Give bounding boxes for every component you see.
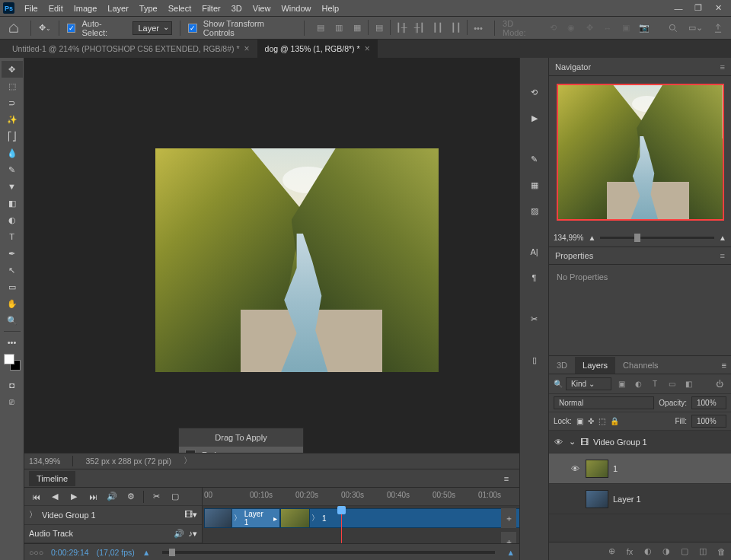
navigator-preview[interactable]: [557, 84, 724, 221]
share-icon[interactable]: [710, 20, 726, 37]
minimize-button[interactable]: —: [669, 1, 688, 16]
menu-type[interactable]: Type: [134, 2, 163, 15]
doc-tab-1[interactable]: Untitled-1 @ 214% (PHOTOSHOP CS6 EXTENDE…: [5, 40, 257, 58]
visibility-icon[interactable]: 👁: [569, 464, 581, 473]
autoselect-dropdown[interactable]: Layer: [132, 21, 172, 35]
link-layers-icon[interactable]: ⊕: [605, 545, 618, 558]
distribute2-icon[interactable]: ┃┃: [448, 20, 464, 37]
tl-settings-button[interactable]: ⚙: [123, 489, 139, 504]
workspace-icon[interactable]: ▭⌄: [688, 20, 704, 37]
menu-window[interactable]: Window: [276, 2, 316, 15]
menu-file[interactable]: File: [19, 2, 43, 15]
timeline-menu-icon[interactable]: ≡: [498, 471, 515, 486]
new-layer-icon[interactable]: ◫: [696, 545, 710, 558]
playhead[interactable]: [341, 506, 342, 543]
lock-all-icon[interactable]: 🔒: [610, 417, 619, 425]
magic-wand-tool[interactable]: ✨: [2, 111, 23, 128]
doc-tab-2[interactable]: dog @ 135% (1, RGB/8*) *×: [257, 40, 378, 58]
brush-tool[interactable]: ✎: [2, 161, 23, 178]
opacity-input[interactable]: 100%: [691, 396, 726, 409]
transform-checkbox[interactable]: ✓: [188, 24, 197, 33]
tl-next-button[interactable]: ⏭: [85, 489, 101, 504]
distribute-v-icon[interactable]: ╫┃: [411, 20, 428, 37]
libraries-icon[interactable]: ▯: [525, 350, 544, 370]
distribute-h-icon[interactable]: ┃╫: [393, 20, 410, 37]
color-swatches[interactable]: [4, 354, 21, 371]
nav-zoom-value[interactable]: 134,99%: [554, 234, 583, 242]
pen-tool[interactable]: ✒: [2, 245, 23, 262]
move-tool-icon[interactable]: ✥⌄: [39, 23, 51, 33]
distribute-icon[interactable]: ┃┃: [429, 20, 446, 37]
filter-toggle[interactable]: ⏻: [713, 377, 726, 391]
blend-mode-dropdown[interactable]: Normal: [554, 396, 654, 409]
align-top-icon[interactable]: ▤: [371, 20, 388, 37]
tab-3d[interactable]: 3D: [549, 357, 575, 374]
type-tool[interactable]: T: [2, 228, 23, 245]
tl-mute-button[interactable]: 🔊: [104, 489, 120, 504]
quickmask-tool[interactable]: ◘: [2, 377, 23, 393]
nav-zoom-slider[interactable]: [600, 237, 714, 239]
filter-smart-icon[interactable]: ◧: [682, 377, 695, 391]
color-icon[interactable]: ▨: [525, 201, 544, 221]
close-icon[interactable]: ×: [365, 43, 370, 54]
tab-layers[interactable]: Layers: [575, 357, 615, 374]
filter-shape-icon[interactable]: ▭: [665, 377, 678, 391]
autoselect-checkbox[interactable]: ✓: [67, 24, 76, 33]
menu-image[interactable]: Image: [69, 2, 103, 15]
eyedropper-tool[interactable]: 💧: [2, 145, 23, 161]
menu-filter[interactable]: Filter: [196, 2, 225, 15]
gradient-tool[interactable]: ◐: [2, 212, 23, 228]
crop-tool[interactable]: ⎡⎦: [2, 128, 23, 145]
timecode[interactable]: 0:00:29:14: [51, 548, 89, 557]
track-audio-note-icon[interactable]: ♪▾: [189, 529, 198, 539]
filter-adjust-icon[interactable]: ◐: [631, 377, 645, 391]
transition-fade[interactable]: ◢Fade: [179, 447, 303, 453]
align-left-icon[interactable]: ▤: [312, 20, 329, 37]
layer-group-icon[interactable]: ▢: [678, 545, 691, 558]
tl-prev-button[interactable]: ◀: [46, 489, 63, 504]
zoom-in-icon[interactable]: ▲: [507, 548, 515, 557]
tab-channels[interactable]: Channels: [615, 357, 666, 374]
adjustments-icon[interactable]: ✂: [525, 309, 544, 329]
hand-tool[interactable]: ✋: [2, 295, 23, 312]
panel-menu-icon[interactable]: ≡: [722, 361, 731, 370]
adjustment-layer-icon[interactable]: ◑: [659, 545, 673, 558]
menu-help[interactable]: Help: [317, 2, 345, 15]
nav-zoomout-icon[interactable]: ▲: [588, 234, 595, 242]
home-button[interactable]: [5, 19, 23, 37]
menu-select[interactable]: Select: [163, 2, 197, 15]
layer-row-1[interactable]: 👁 1: [549, 453, 731, 484]
filter-kind-dropdown[interactable]: Kind ⌄: [566, 377, 611, 390]
menu-view[interactable]: View: [247, 2, 276, 15]
menu-edit[interactable]: Edit: [43, 2, 69, 15]
paragraph-icon[interactable]: ¶: [525, 268, 544, 288]
swatches-icon[interactable]: ▦: [525, 175, 544, 195]
stamp-tool[interactable]: ▼: [2, 178, 23, 195]
eraser-tool[interactable]: ◧: [2, 195, 23, 212]
tl-transition-button[interactable]: ▢: [167, 489, 184, 504]
screenmode-tool[interactable]: ⎚: [2, 393, 23, 410]
layer-thumbnail[interactable]: [586, 490, 608, 508]
tl-split-button[interactable]: ✂: [148, 489, 164, 504]
brush-panel-icon[interactable]: ✎: [525, 149, 544, 169]
layer-mask-icon[interactable]: ◐: [641, 545, 655, 558]
filter-type-icon[interactable]: T: [648, 377, 662, 391]
more-icon[interactable]: •••: [470, 20, 487, 37]
history-icon[interactable]: ⟲: [525, 82, 544, 102]
lock-artboard-icon[interactable]: ⬚: [599, 417, 605, 425]
visibility-icon[interactable]: 👁: [552, 438, 564, 447]
maximize-button[interactable]: ❐: [688, 1, 708, 16]
close-icon[interactable]: ×: [244, 43, 250, 54]
timeline-clip-1[interactable]: 〉1: [280, 508, 519, 528]
menu-layer[interactable]: Layer: [102, 2, 134, 15]
panel-menu-icon[interactable]: ≡: [720, 251, 725, 260]
nav-zoomin-icon[interactable]: ▲: [719, 234, 726, 242]
tl-play-button[interactable]: ▶: [65, 489, 82, 504]
track-film-icon[interactable]: 🎞▾: [184, 510, 197, 520]
zoom-out-icon[interactable]: ▲: [142, 548, 150, 557]
lock-position-icon[interactable]: ✜: [588, 417, 594, 425]
layer-group-row[interactable]: 👁 ⌄ 🎞 Video Group 1: [549, 431, 731, 453]
menu-3d[interactable]: 3D: [226, 2, 247, 15]
canvas[interactable]: Drag To Apply ◢Fade ⧓Cross Fade ◢Fade Wi…: [24, 58, 519, 453]
expand-icon[interactable]: 〉: [29, 509, 37, 520]
